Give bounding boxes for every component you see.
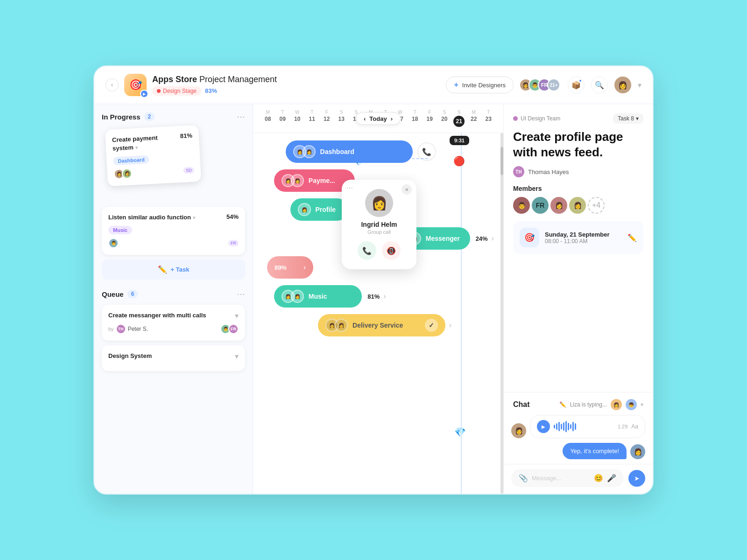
gantt-body: 9:31 💎 🔴 👩 👩 Dashboard 📞	[253, 133, 503, 494]
schedule-date: Sunday, 21 September	[545, 231, 622, 238]
back-button[interactable]: ‹	[106, 78, 119, 91]
today-line	[461, 133, 462, 494]
message-avatar: 👩	[511, 423, 526, 438]
today-pill[interactable]: ‹ Today ›	[356, 112, 401, 125]
delivery-arrow[interactable]: ›	[449, 321, 451, 329]
wave-bar	[563, 422, 564, 431]
bar-delivery[interactable]: 👩 👩 Delivery Service ✓	[318, 314, 445, 336]
queue-card-2: Design System ▾	[102, 345, 245, 371]
send-button[interactable]: ➤	[628, 470, 645, 487]
schedule-edit-icon[interactable]: ✏️	[627, 233, 637, 242]
queue-card-title-1: Create messanger with multi calls	[108, 311, 206, 320]
right-panel: UI Design Team Task 8 ▾ Create profile p…	[503, 104, 653, 494]
date-col: F12	[319, 110, 334, 127]
call-actions: 📞 📵	[351, 241, 407, 260]
call-close-button[interactable]: ✕	[402, 184, 412, 195]
card-badge-2: FR	[228, 240, 239, 246]
stage-badge: Design Stage 83%	[152, 86, 277, 96]
kanban-card: Listen similar audio function ▾ 54% Musi…	[102, 207, 245, 255]
queue-count: 6	[127, 290, 138, 298]
bar-profile[interactable]: 👩 Profile	[290, 198, 348, 221]
notif-dot	[578, 79, 582, 83]
aa-label: Aa	[631, 423, 638, 430]
assignee-avatar: TH	[513, 166, 524, 177]
bar-label: Payme...	[309, 177, 335, 184]
music-progress: 81%	[367, 293, 380, 300]
chat-header: Chat ✏️ Liza is typing... 👩 👦 ▾	[504, 392, 653, 415]
wave-bar	[558, 422, 560, 431]
member-avatar: 👩	[550, 197, 567, 214]
call-menu-icon[interactable]: ⋯	[346, 184, 353, 192]
header-left: ‹ 🎯 ▶ Apps Store Project Management Desi…	[106, 74, 438, 96]
schedule-icon: 🎯	[520, 228, 539, 247]
message-input[interactable]: Message...	[532, 475, 590, 482]
bar-avatar: 👩	[303, 145, 316, 158]
bar-music[interactable]: 👩 👩 Music	[274, 285, 362, 308]
check-icon: ✓	[425, 319, 438, 332]
header: ‹ 🎯 ▶ Apps Store Project Management Desi…	[94, 66, 653, 104]
chevron-left-icon: ‹	[364, 115, 366, 122]
date-col: T11	[305, 110, 320, 127]
chat-input-box[interactable]: 📎 Message... 😊 🎤	[511, 469, 624, 487]
dropdown-icon[interactable]: ▾	[638, 81, 641, 90]
queue-card-expand[interactable]: ▾	[235, 311, 239, 320]
chat-expand-icon[interactable]: ▾	[641, 401, 643, 408]
plus-icon: +	[454, 81, 458, 89]
music-arrow[interactable]: ›	[383, 292, 386, 301]
in-progress-header: In Progress 2 ⋯	[102, 112, 245, 122]
content: In Progress 2 ⋯ Create paymentsystem ▾ 8…	[94, 104, 653, 494]
header-center: + Invite Designers 👩 👨 FR 21+	[446, 77, 560, 93]
task-assignee: TH Thomas Hayes	[513, 166, 643, 177]
messenger-arrow[interactable]: ›	[492, 234, 494, 243]
queue-header: Queue 6 ⋯	[102, 289, 245, 299]
add-task-button[interactable]: ✏️ + Task	[102, 259, 245, 280]
wave-bar	[554, 425, 555, 428]
bar-89-progress: 89% ›	[267, 256, 313, 279]
task-title: Create profile page with news feed.	[513, 129, 643, 160]
sent-message-row: Yep, it's complete! 👩	[511, 443, 645, 459]
queue-title: Queue 6	[102, 290, 138, 298]
date-col: F19	[423, 110, 437, 127]
attachment-icon[interactable]: 📎	[519, 474, 528, 483]
mini-avatar: TH	[116, 324, 126, 334]
mic-icon[interactable]: 🎤	[607, 474, 616, 483]
notification-button[interactable]: 📦	[568, 77, 585, 93]
invite-button[interactable]: + Invite Designers	[446, 77, 514, 93]
play-button[interactable]: ▶	[537, 420, 550, 433]
gantt-row-music: 👩 👩 Music 81% ›	[262, 285, 494, 308]
queue-card-expand-2[interactable]: ▾	[235, 352, 239, 361]
card-badge: SD	[183, 167, 194, 174]
call-avatar: 👩	[365, 189, 393, 217]
queue-avatars: 👨 FR	[220, 324, 239, 334]
date-col: S20	[437, 110, 452, 127]
header-right: 📦 🔍 👩 ▾	[568, 77, 641, 93]
queue-menu-icon[interactable]: ⋯	[237, 289, 245, 299]
avatar-more: 21+	[547, 78, 560, 91]
voice-duration: 1:29	[618, 424, 627, 429]
date-col: W10	[290, 110, 305, 127]
bar-avatar: 👩	[291, 174, 304, 187]
emoji-icon[interactable]: 😊	[594, 474, 603, 483]
bar-label: Profile	[316, 206, 336, 213]
call-decline-button[interactable]: 📵	[382, 241, 401, 260]
arrow-89[interactable]: ›	[303, 263, 306, 272]
add-member-button[interactable]: +4	[588, 197, 605, 214]
user-avatar[interactable]: 👩	[614, 77, 631, 93]
date-col: T18	[408, 110, 423, 127]
date-col: S13	[334, 110, 349, 127]
wave-bar	[561, 424, 562, 429]
mini-avatar: 👨	[108, 238, 119, 248]
member-avatar: 👨	[513, 197, 530, 214]
card-tag-2: Music	[108, 226, 132, 234]
task-dropdown[interactable]: Task 8 ▾	[613, 113, 643, 124]
search-button[interactable]: 🔍	[591, 77, 608, 93]
scrollbar-thumb[interactable]	[500, 147, 503, 175]
chat-title: Chat	[513, 400, 530, 409]
kanban-menu-icon[interactable]: ⋯	[237, 112, 245, 122]
date-col-today: S 21	[452, 110, 467, 127]
bar-dashboard[interactable]: 👩 👩 Dashboard	[286, 140, 413, 163]
dropdown-chevron: ▾	[636, 115, 639, 122]
scrollbar[interactable]	[500, 133, 503, 494]
call-accept-button[interactable]: 📞	[358, 241, 376, 260]
time-badge: 9:31	[450, 136, 469, 145]
